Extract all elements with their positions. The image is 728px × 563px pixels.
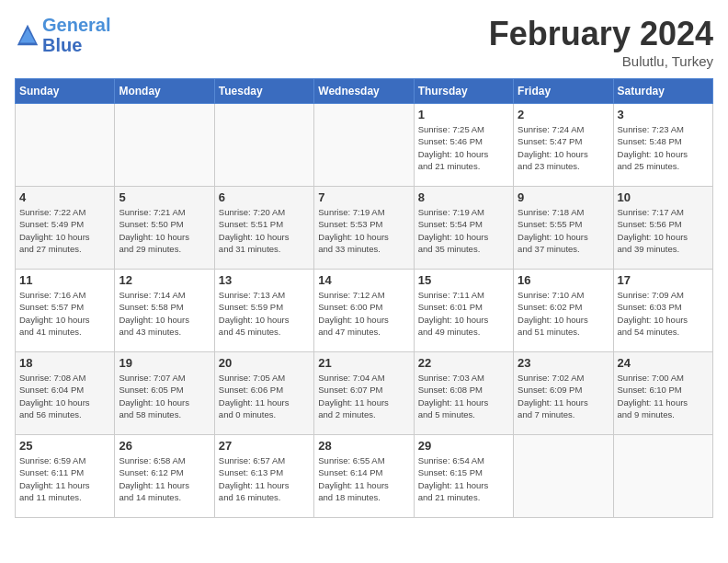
header-tuesday: Tuesday (214, 79, 313, 104)
table-row (514, 435, 613, 518)
table-row: 22Sunrise: 7:03 AM Sunset: 6:08 PM Dayli… (414, 352, 513, 435)
day-info: Sunrise: 7:16 AM Sunset: 5:57 PM Dayligh… (19, 289, 110, 338)
month-title: February 2024 (489, 15, 713, 53)
table-row (115, 104, 214, 187)
table-row: 21Sunrise: 7:04 AM Sunset: 6:07 PM Dayli… (314, 352, 414, 435)
table-row: 8Sunrise: 7:19 AM Sunset: 5:54 PM Daylig… (414, 187, 513, 270)
header-friday: Friday (514, 79, 613, 104)
table-row: 4Sunrise: 7:22 AM Sunset: 5:49 PM Daylig… (16, 187, 115, 270)
title-block: February 2024 Bulutlu, Turkey (489, 15, 713, 69)
subtitle: Bulutlu, Turkey (489, 53, 713, 69)
day-info: Sunrise: 7:21 AM Sunset: 5:50 PM Dayligh… (119, 206, 210, 255)
table-row: 20Sunrise: 7:05 AM Sunset: 6:06 PM Dayli… (214, 352, 313, 435)
day-info: Sunrise: 7:10 AM Sunset: 6:02 PM Dayligh… (518, 289, 609, 338)
day-info: Sunrise: 7:05 AM Sunset: 6:06 PM Dayligh… (219, 372, 310, 420)
day-info: Sunrise: 7:09 AM Sunset: 6:03 PM Dayligh… (618, 289, 709, 338)
day-info: Sunrise: 7:24 AM Sunset: 5:47 PM Dayligh… (518, 123, 609, 172)
day-info: Sunrise: 7:20 AM Sunset: 5:51 PM Dayligh… (219, 206, 310, 255)
table-row: 18Sunrise: 7:08 AM Sunset: 6:04 PM Dayli… (16, 352, 115, 435)
table-row: 5Sunrise: 7:21 AM Sunset: 5:50 PM Daylig… (115, 187, 214, 270)
table-row: 1Sunrise: 7:25 AM Sunset: 5:46 PM Daylig… (414, 104, 513, 187)
day-number: 20 (219, 356, 310, 370)
day-number: 17 (618, 273, 709, 287)
day-info: Sunrise: 7:08 AM Sunset: 6:04 PM Dayligh… (19, 372, 110, 420)
table-row: 28Sunrise: 6:55 AM Sunset: 6:14 PM Dayli… (314, 435, 414, 518)
day-info: Sunrise: 6:54 AM Sunset: 6:15 PM Dayligh… (418, 454, 509, 503)
table-row: 16Sunrise: 7:10 AM Sunset: 6:02 PM Dayli… (514, 270, 613, 352)
calendar-body: 1Sunrise: 7:25 AM Sunset: 5:46 PM Daylig… (16, 104, 713, 518)
day-number: 8 (418, 190, 509, 204)
table-row: 23Sunrise: 7:02 AM Sunset: 6:09 PM Dayli… (514, 352, 613, 435)
table-row: 24Sunrise: 7:00 AM Sunset: 6:10 PM Dayli… (613, 352, 712, 435)
table-row: 3Sunrise: 7:23 AM Sunset: 5:48 PM Daylig… (613, 104, 712, 187)
day-number: 25 (19, 439, 110, 453)
table-row: 27Sunrise: 6:57 AM Sunset: 6:13 PM Dayli… (214, 435, 313, 518)
table-row: 17Sunrise: 7:09 AM Sunset: 6:03 PM Dayli… (613, 270, 712, 352)
day-info: Sunrise: 7:13 AM Sunset: 5:59 PM Dayligh… (219, 289, 310, 338)
table-row: 29Sunrise: 6:54 AM Sunset: 6:15 PM Dayli… (414, 435, 513, 518)
day-number: 1 (418, 108, 509, 121)
day-number: 16 (518, 273, 609, 287)
day-number: 14 (318, 273, 409, 287)
day-info: Sunrise: 7:04 AM Sunset: 6:07 PM Dayligh… (318, 372, 409, 420)
header-monday: Monday (115, 79, 214, 104)
day-number: 29 (418, 439, 509, 453)
day-info: Sunrise: 7:19 AM Sunset: 5:54 PM Dayligh… (418, 206, 509, 255)
table-row: 13Sunrise: 7:13 AM Sunset: 5:59 PM Dayli… (214, 270, 313, 352)
table-row: 15Sunrise: 7:11 AM Sunset: 6:01 PM Dayli… (414, 270, 513, 352)
day-number: 3 (618, 108, 709, 121)
day-number: 10 (618, 190, 709, 204)
table-row: 9Sunrise: 7:18 AM Sunset: 5:55 PM Daylig… (514, 187, 613, 270)
calendar-table: Sunday Monday Tuesday Wednesday Thursday… (15, 78, 713, 518)
day-info: Sunrise: 6:55 AM Sunset: 6:14 PM Dayligh… (318, 454, 409, 503)
logo-icon (15, 22, 40, 48)
day-number: 18 (19, 356, 110, 370)
day-number: 15 (418, 273, 509, 287)
table-row: 14Sunrise: 7:12 AM Sunset: 6:00 PM Dayli… (314, 270, 414, 352)
header-saturday: Saturday (613, 79, 712, 104)
day-info: Sunrise: 6:59 AM Sunset: 6:11 PM Dayligh… (19, 454, 110, 503)
table-row (16, 104, 115, 187)
day-number: 23 (518, 356, 609, 370)
day-info: Sunrise: 7:19 AM Sunset: 5:53 PM Dayligh… (318, 206, 409, 255)
day-info: Sunrise: 7:17 AM Sunset: 5:56 PM Dayligh… (618, 206, 709, 255)
table-row: 12Sunrise: 7:14 AM Sunset: 5:58 PM Dayli… (115, 270, 214, 352)
logo-line1: General (42, 15, 110, 35)
table-row: 10Sunrise: 7:17 AM Sunset: 5:56 PM Dayli… (613, 187, 712, 270)
day-number: 22 (418, 356, 509, 370)
table-row (214, 104, 313, 187)
day-info: Sunrise: 7:12 AM Sunset: 6:00 PM Dayligh… (318, 289, 409, 338)
header-thursday: Thursday (414, 79, 513, 104)
day-number: 6 (219, 190, 310, 204)
day-number: 24 (618, 356, 709, 370)
day-info: Sunrise: 7:02 AM Sunset: 6:09 PM Dayligh… (518, 372, 609, 420)
day-info: Sunrise: 7:18 AM Sunset: 5:55 PM Dayligh… (518, 206, 609, 255)
day-info: Sunrise: 7:00 AM Sunset: 6:10 PM Dayligh… (618, 372, 709, 420)
table-row: 7Sunrise: 7:19 AM Sunset: 5:53 PM Daylig… (314, 187, 414, 270)
table-row: 26Sunrise: 6:58 AM Sunset: 6:12 PM Dayli… (115, 435, 214, 518)
day-number: 19 (119, 356, 210, 370)
logo-line2: Blue (42, 35, 110, 55)
page-header: General Blue February 2024 Bulutlu, Turk… (15, 15, 713, 69)
day-number: 5 (119, 190, 210, 204)
table-row: 6Sunrise: 7:20 AM Sunset: 5:51 PM Daylig… (214, 187, 313, 270)
table-row (613, 435, 712, 518)
table-row: 11Sunrise: 7:16 AM Sunset: 5:57 PM Dayli… (16, 270, 115, 352)
day-number: 27 (219, 439, 310, 453)
day-number: 11 (19, 273, 110, 287)
day-info: Sunrise: 7:03 AM Sunset: 6:08 PM Dayligh… (418, 372, 509, 420)
day-info: Sunrise: 7:11 AM Sunset: 6:01 PM Dayligh… (418, 289, 509, 338)
day-number: 2 (518, 108, 609, 121)
calendar-header: Sunday Monday Tuesday Wednesday Thursday… (16, 79, 713, 104)
table-row (314, 104, 414, 187)
logo: General Blue (15, 15, 110, 55)
table-row: 19Sunrise: 7:07 AM Sunset: 6:05 PM Dayli… (115, 352, 214, 435)
day-number: 12 (119, 273, 210, 287)
header-wednesday: Wednesday (314, 79, 414, 104)
day-info: Sunrise: 6:57 AM Sunset: 6:13 PM Dayligh… (219, 454, 310, 503)
day-info: Sunrise: 7:07 AM Sunset: 6:05 PM Dayligh… (119, 372, 210, 420)
header-sunday: Sunday (16, 79, 115, 104)
day-number: 4 (19, 190, 110, 204)
day-info: Sunrise: 7:14 AM Sunset: 5:58 PM Dayligh… (119, 289, 210, 338)
day-info: Sunrise: 7:25 AM Sunset: 5:46 PM Dayligh… (418, 123, 509, 172)
